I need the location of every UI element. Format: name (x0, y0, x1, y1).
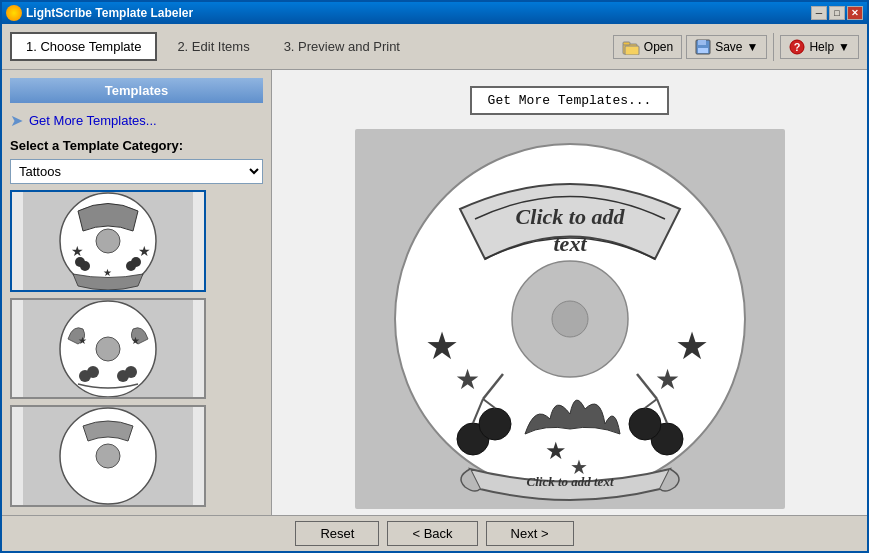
close-button[interactable]: ✕ (847, 6, 863, 20)
content-area: Get More Templates... (272, 70, 867, 515)
open-label: Open (644, 40, 673, 54)
svg-text:text: text (553, 231, 587, 256)
template-preview-1: ★ ★ ★ (23, 190, 193, 292)
open-button[interactable]: Open (613, 35, 682, 59)
svg-point-33 (552, 301, 588, 337)
main-content: Templates ➤ Get More Templates... Select… (2, 70, 867, 515)
sidebar-header: Templates (10, 78, 263, 103)
step1-button[interactable]: 1. Choose Template (10, 32, 157, 61)
template-thumb-2[interactable]: ★ ★ (10, 298, 206, 400)
step2-label[interactable]: 2. Edit Items (163, 34, 263, 59)
category-label: Select a Template Category: (10, 138, 263, 153)
app-window: LightScribe Template Labeler ─ □ ✕ 1. Ch… (0, 0, 869, 553)
svg-text:Click to add text: Click to add text (526, 474, 613, 489)
svg-text:Click to add: Click to add (515, 204, 625, 229)
svg-text:★: ★ (675, 325, 709, 367)
svg-text:★: ★ (71, 243, 84, 259)
title-bar-buttons: ─ □ ✕ (811, 6, 863, 20)
step3-label[interactable]: 3. Preview and Print (270, 34, 414, 59)
app-icon (6, 5, 22, 21)
open-icon (622, 39, 640, 55)
save-button[interactable]: Save ▼ (686, 35, 767, 59)
svg-point-26 (125, 366, 137, 378)
svg-text:★: ★ (138, 243, 151, 259)
title-bar-left: LightScribe Template Labeler (6, 5, 193, 21)
help-label: Help (809, 40, 834, 54)
svg-text:★: ★ (78, 335, 87, 346)
svg-text:★: ★ (131, 335, 140, 346)
svg-rect-5 (698, 48, 708, 53)
disc-preview: Click to add text ★ ★ ★ ★ (355, 129, 785, 509)
save-dropdown-arrow[interactable]: ▼ (747, 40, 759, 54)
svg-point-29 (96, 444, 120, 468)
svg-text:★: ★ (655, 364, 680, 395)
svg-text:★: ★ (545, 437, 567, 464)
svg-text:★: ★ (455, 364, 480, 395)
svg-point-46 (629, 408, 661, 440)
back-button[interactable]: < Back (387, 521, 477, 546)
get-more-templates-button[interactable]: Get More Templates... (470, 86, 670, 115)
title-bar: LightScribe Template Labeler ─ □ ✕ (2, 2, 867, 24)
svg-text:★: ★ (103, 267, 112, 278)
help-dropdown-arrow[interactable]: ▼ (838, 40, 850, 54)
svg-point-10 (96, 229, 120, 253)
save-icon (695, 39, 711, 55)
arrow-icon: ➤ (10, 111, 23, 130)
template-thumb-3[interactable] (10, 405, 206, 507)
minimize-button[interactable]: ─ (811, 6, 827, 20)
svg-rect-2 (625, 46, 639, 55)
next-button[interactable]: Next > (486, 521, 574, 546)
template-thumb-1[interactable]: ★ ★ ★ (10, 190, 206, 292)
disc-svg: Click to add text ★ ★ ★ ★ (355, 129, 785, 509)
reset-button[interactable]: Reset (295, 521, 379, 546)
get-more-link-label: Get More Templates... (29, 113, 157, 128)
svg-point-24 (87, 366, 99, 378)
template-list: ★ ★ ★ (10, 190, 263, 507)
template-preview-2: ★ ★ (23, 298, 193, 400)
svg-text:★: ★ (425, 325, 459, 367)
template-preview-3 (23, 405, 193, 507)
svg-point-41 (479, 408, 511, 440)
svg-rect-4 (698, 40, 706, 45)
maximize-button[interactable]: □ (829, 6, 845, 20)
get-more-templates-link[interactable]: ➤ Get More Templates... (10, 109, 263, 132)
svg-point-20 (96, 337, 120, 361)
svg-text:?: ? (794, 41, 801, 53)
toolbar-separator (773, 33, 774, 61)
help-icon: ? (789, 39, 805, 55)
sidebar: Templates ➤ Get More Templates... Select… (2, 70, 272, 515)
svg-point-17 (131, 257, 141, 267)
toolbar: 1. Choose Template 2. Edit Items 3. Prev… (2, 24, 867, 70)
bottom-bar: Reset < Back Next > (2, 515, 867, 551)
svg-point-15 (75, 257, 85, 267)
help-button[interactable]: ? Help ▼ (780, 35, 859, 59)
save-label: Save (715, 40, 742, 54)
window-title: LightScribe Template Labeler (26, 6, 193, 20)
category-select[interactable]: Tattoos Abstract Animals Borders Holiday… (10, 159, 263, 184)
svg-rect-1 (623, 42, 630, 45)
toolbar-right: Open Save ▼ ? Help ▼ (613, 33, 859, 61)
